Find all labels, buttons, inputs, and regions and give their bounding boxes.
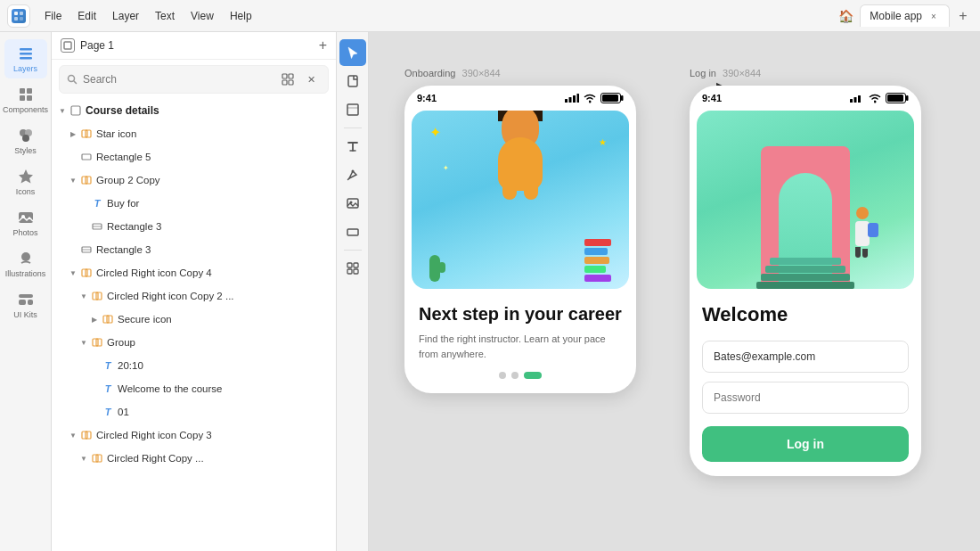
frame-login-dims: 390×844 bbox=[723, 68, 761, 78]
book-1 bbox=[584, 239, 611, 246]
password-input[interactable] bbox=[702, 382, 909, 414]
select-mode-button[interactable] bbox=[278, 70, 298, 89]
canvas-area[interactable]: ▶ Onboarding 390×844 9:41 bbox=[369, 32, 980, 551]
app-logo[interactable] bbox=[7, 4, 30, 28]
svg-rect-21 bbox=[64, 42, 71, 49]
sidebar-item-uikits[interactable]: UI Kits bbox=[4, 285, 47, 325]
login-title: Welcome bbox=[702, 303, 909, 326]
svg-rect-38 bbox=[86, 269, 91, 276]
layers-panel: Page 1 + ✕ bbox=[52, 32, 337, 551]
svg-rect-6 bbox=[20, 57, 32, 60]
phone-login[interactable]: 9:41 bbox=[690, 86, 921, 476]
sidebar-styles-label: Styles bbox=[14, 146, 37, 155]
tool-separator-2 bbox=[344, 250, 362, 251]
svg-rect-23 bbox=[282, 74, 287, 78]
menu-bar: File Edit Layer Text View Help 🏠 Mobile … bbox=[0, 0, 980, 32]
menu-file[interactable]: File bbox=[37, 6, 69, 26]
01-text-icon: T bbox=[102, 406, 114, 418]
home-button[interactable]: 🏠 bbox=[833, 4, 858, 29]
tab-add-button[interactable]: + bbox=[953, 6, 973, 26]
crc-chevron: ▼ bbox=[78, 453, 89, 464]
sidebar-item-icons[interactable]: Icons bbox=[4, 162, 47, 201]
layer-secure-icon[interactable]: ▶ Secure icon bbox=[52, 308, 336, 331]
svg-rect-54 bbox=[347, 229, 358, 235]
dot-3-active bbox=[524, 372, 542, 379]
rectangle5-label: Rectangle 5 bbox=[96, 152, 331, 162]
layer-rect3[interactable]: ▶ Rectangle 3 bbox=[52, 238, 336, 261]
svg-point-17 bbox=[21, 252, 30, 261]
svg-rect-18 bbox=[19, 294, 33, 298]
svg-rect-8 bbox=[27, 88, 32, 94]
tool-frame[interactable] bbox=[339, 96, 366, 123]
frame-onboarding-dims: 390×844 bbox=[462, 68, 501, 78]
tool-select[interactable] bbox=[339, 39, 366, 66]
cr2-chevron: ▼ bbox=[78, 291, 89, 301]
layer-circled-right-2[interactable]: ▼ Circled Right icon Copy 2 ... bbox=[52, 284, 336, 308]
layer-buy-for[interactable]: ▶ T Buy for bbox=[52, 192, 336, 215]
menu-text[interactable]: Text bbox=[148, 6, 182, 26]
svg-rect-40 bbox=[96, 292, 102, 300]
tool-text[interactable] bbox=[339, 133, 366, 160]
layer-star-icon[interactable]: ▶ Star icon bbox=[52, 122, 336, 145]
signal-icon bbox=[565, 94, 579, 103]
group2-icon bbox=[80, 174, 93, 186]
page-name: Page 1 bbox=[80, 39, 114, 52]
deco-star-1: ✦ bbox=[429, 124, 441, 141]
layer-circled-right-4[interactable]: ▼ Circled Right icon Copy 4 bbox=[52, 261, 336, 284]
page-header: Page 1 + bbox=[52, 32, 336, 60]
sidebar-illustrations-label: Illustrations bbox=[5, 269, 46, 278]
time-onboarding: 9:41 bbox=[417, 93, 437, 103]
book-2 bbox=[584, 248, 608, 255]
tool-pen[interactable] bbox=[339, 161, 366, 188]
layer-01[interactable]: ▶ T 01 bbox=[52, 400, 336, 424]
sidebar-item-components[interactable]: Components bbox=[4, 80, 47, 119]
tab-close-button[interactable]: × bbox=[927, 10, 940, 22]
buyfor-text-icon: T bbox=[91, 197, 103, 210]
layer-circled-right-3[interactable]: ▼ Circled Right icon Copy 3 bbox=[52, 424, 336, 447]
menu-view[interactable]: View bbox=[184, 6, 221, 26]
svg-rect-56 bbox=[354, 263, 358, 267]
tool-grid[interactable] bbox=[339, 255, 366, 282]
layer-circled-right-copy[interactable]: ▼ Circled Right Copy ... bbox=[52, 447, 336, 470]
layer-rectangle-5[interactable]: ▶ Rectangle 5 bbox=[52, 145, 336, 169]
login-button[interactable]: Log in bbox=[702, 426, 909, 462]
svg-rect-41 bbox=[103, 316, 109, 323]
tool-page[interactable] bbox=[339, 68, 366, 95]
deco-star-2: ★ bbox=[599, 137, 607, 147]
books-decoration bbox=[584, 239, 611, 282]
sidebar-item-styles[interactable]: Styles bbox=[4, 121, 47, 160]
leg-right bbox=[862, 249, 868, 258]
dot-1 bbox=[499, 372, 506, 379]
menu-edit[interactable]: Edit bbox=[70, 6, 103, 26]
stair-2 bbox=[765, 266, 845, 273]
tool-shape[interactable] bbox=[339, 218, 366, 245]
layer-section-header[interactable]: ▼ Course details bbox=[52, 99, 336, 122]
stairs bbox=[756, 258, 854, 289]
tool-image[interactable] bbox=[339, 190, 366, 217]
sidebar-item-photos[interactable]: Photos bbox=[4, 203, 47, 243]
menu-help[interactable]: Help bbox=[223, 6, 259, 26]
phone-onboarding[interactable]: 9:41 bbox=[404, 86, 636, 393]
sidebar-item-illustrations[interactable]: Illustrations bbox=[4, 244, 47, 284]
sidebar-item-layers[interactable]: Layers bbox=[4, 39, 47, 78]
email-input[interactable] bbox=[702, 341, 909, 373]
layer-time[interactable]: ▶ T 20:10 bbox=[52, 354, 336, 377]
backpack bbox=[868, 223, 878, 237]
layer-welcome-text[interactable]: ▶ T Welcome to the course bbox=[52, 377, 336, 400]
sidebar-uikits-label: UI Kits bbox=[13, 310, 37, 319]
star-icon-label: Star icon bbox=[96, 128, 331, 139]
svg-rect-2 bbox=[14, 17, 18, 21]
deco-star-3: ✦ bbox=[443, 164, 449, 172]
add-page-button[interactable]: + bbox=[319, 37, 327, 53]
tool-sidebar bbox=[337, 32, 369, 551]
group-chevron: ▼ bbox=[78, 337, 89, 348]
layer-group[interactable]: ▼ Group bbox=[52, 331, 336, 354]
search-input[interactable] bbox=[83, 73, 273, 86]
menu-layer[interactable]: Layer bbox=[105, 6, 146, 26]
rect5-icon bbox=[80, 151, 93, 163]
layer-rect3-nested[interactable]: ▶ Rectangle 3 bbox=[52, 215, 336, 238]
tab-mobile-app[interactable]: Mobile app × bbox=[860, 4, 950, 27]
layer-group2-copy[interactable]: ▼ Group 2 Copy bbox=[52, 169, 336, 192]
svg-rect-4 bbox=[20, 48, 32, 51]
close-search-button[interactable]: ✕ bbox=[301, 70, 321, 89]
